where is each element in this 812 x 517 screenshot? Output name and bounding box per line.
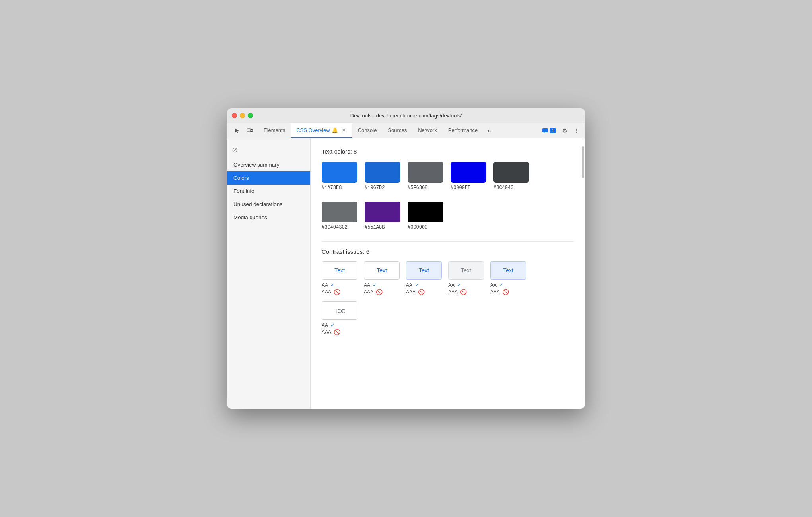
sidebar-item-font-info[interactable]: Font info bbox=[227, 185, 310, 198]
tab-css-overview[interactable]: CSS Overview 🔔 ✕ bbox=[291, 123, 352, 138]
contrast-preview-6[interactable]: Text bbox=[322, 301, 357, 320]
tab-elements[interactable]: Elements bbox=[258, 123, 291, 138]
contrast-check-aaa-2: AAA 🚫 bbox=[364, 289, 383, 295]
tab-network[interactable]: Network bbox=[412, 123, 443, 138]
contrast-check-aaa-6: AAA 🚫 bbox=[322, 329, 340, 335]
tab-close-button[interactable]: ✕ bbox=[341, 127, 347, 134]
sidebar-item-media-queries[interactable]: Media queries bbox=[227, 211, 310, 224]
more-tabs-button[interactable]: » bbox=[483, 123, 495, 138]
sidebar-item-overview-summary[interactable]: Overview summary bbox=[227, 158, 310, 171]
aa-pass-icon-2: ✓ bbox=[373, 282, 377, 288]
color-label-8: #000000 bbox=[408, 225, 427, 230]
notifications-button[interactable]: 1 bbox=[540, 126, 558, 136]
color-item-1: #1A73E8 bbox=[322, 162, 357, 190]
contrast-check-aa-3: AA ✓ bbox=[406, 282, 425, 288]
color-grid-row2: #3C4043C2 #551A8B #000000 bbox=[322, 202, 574, 230]
color-item-2: #1967D2 bbox=[365, 162, 400, 190]
settings-icon: ⚙ bbox=[562, 128, 567, 134]
sidebar: ⊘ Overview summary Colors Font info Unus… bbox=[227, 138, 311, 409]
scrollbar-thumb[interactable] bbox=[582, 146, 584, 178]
svg-rect-0 bbox=[247, 129, 251, 132]
content-area: Text colors: 8 #1A73E8 #1967D2 #5F6368 bbox=[311, 138, 585, 409]
section-divider bbox=[322, 241, 574, 242]
notification-badge: 1 bbox=[550, 128, 556, 133]
color-swatch-2[interactable] bbox=[365, 162, 400, 183]
svg-rect-1 bbox=[251, 129, 253, 131]
minimize-button[interactable] bbox=[240, 113, 245, 118]
tab-bar: Elements CSS Overview 🔔 ✕ Console Source… bbox=[227, 123, 585, 138]
contrast-row-1: Text AA ✓ AAA 🚫 bbox=[322, 261, 574, 295]
contrast-check-aa-6: AA ✓ bbox=[322, 322, 340, 328]
color-label-1: #1A73E8 bbox=[322, 185, 342, 190]
aaa-fail-icon-5: 🚫 bbox=[502, 289, 509, 295]
color-label-3: #5F6368 bbox=[408, 185, 427, 190]
aa-pass-icon-5: ✓ bbox=[499, 282, 503, 288]
svg-rect-2 bbox=[542, 128, 548, 132]
aa-pass-icon-1: ✓ bbox=[330, 282, 335, 288]
sidebar-item-unused-declarations[interactable]: Unused declarations bbox=[227, 198, 310, 211]
contrast-checks-3: AA ✓ AAA 🚫 bbox=[406, 282, 425, 295]
device-icon bbox=[247, 128, 253, 134]
aaa-fail-icon-4: 🚫 bbox=[460, 289, 467, 295]
more-options-button[interactable]: ⋮ bbox=[571, 126, 582, 136]
tab-performance[interactable]: Performance bbox=[443, 123, 483, 138]
contrast-preview-1[interactable]: Text bbox=[322, 261, 357, 280]
tab-sources[interactable]: Sources bbox=[382, 123, 412, 138]
color-swatch-4[interactable] bbox=[451, 162, 486, 183]
browser-window: DevTools - developer.chrome.com/tags/dev… bbox=[227, 108, 585, 409]
tab-console[interactable]: Console bbox=[352, 123, 383, 138]
color-swatch-1[interactable] bbox=[322, 162, 357, 183]
contrast-issues-title: Contrast issues: 6 bbox=[322, 248, 574, 255]
color-grid: #1A73E8 #1967D2 #5F6368 #0000EE #3C4043 bbox=[322, 162, 574, 190]
color-swatch-8[interactable] bbox=[408, 202, 443, 222]
aaa-fail-icon-2: 🚫 bbox=[376, 289, 383, 295]
contrast-checks-1: AA ✓ AAA 🚫 bbox=[322, 282, 340, 295]
scrollbar-track[interactable] bbox=[581, 138, 585, 409]
contrast-item-1: Text AA ✓ AAA 🚫 bbox=[322, 261, 357, 295]
color-item-5: #3C4043 bbox=[493, 162, 529, 190]
color-label-6: #3C4043C2 bbox=[322, 225, 348, 230]
contrast-preview-4[interactable]: Text bbox=[448, 261, 484, 280]
contrast-check-aa-5: AA ✓ bbox=[490, 282, 509, 288]
sidebar-blocked-area: ⊘ bbox=[227, 142, 310, 158]
chat-icon bbox=[542, 128, 548, 134]
sidebar-item-colors[interactable]: Colors bbox=[227, 171, 310, 185]
color-label-5: #3C4043 bbox=[493, 185, 513, 190]
color-item-3: #5F6368 bbox=[408, 162, 443, 190]
cursor-icon bbox=[234, 128, 240, 134]
color-item-6: #3C4043C2 bbox=[322, 202, 357, 230]
aaa-fail-icon-6: 🚫 bbox=[334, 329, 340, 335]
maximize-button[interactable] bbox=[248, 113, 253, 118]
color-swatch-3[interactable] bbox=[408, 162, 443, 183]
toolbar-right: 1 ⚙ ⋮ bbox=[536, 123, 585, 138]
blocked-icon: ⊘ bbox=[232, 146, 238, 154]
contrast-check-aa-1: AA ✓ bbox=[322, 282, 340, 288]
window-title: DevTools - developer.chrome.com/tags/dev… bbox=[350, 113, 462, 119]
device-toggle-button[interactable] bbox=[245, 126, 255, 136]
contrast-item-5: Text AA ✓ AAA 🚫 bbox=[490, 261, 526, 295]
contrast-preview-5[interactable]: Text bbox=[490, 261, 526, 280]
contrast-preview-3[interactable]: Text bbox=[406, 261, 442, 280]
cursor-tool-button[interactable] bbox=[232, 126, 242, 136]
color-item-7: #551A8B bbox=[365, 202, 400, 230]
more-icon: ⋮ bbox=[574, 128, 579, 134]
contrast-item-6: Text AA ✓ AAA 🚫 bbox=[322, 301, 357, 335]
contrast-checks-4: AA ✓ AAA 🚫 bbox=[448, 282, 467, 295]
color-swatch-5[interactable] bbox=[493, 162, 529, 183]
contrast-item-3: Text AA ✓ AAA 🚫 bbox=[406, 261, 442, 295]
contrast-checks-5: AA ✓ AAA 🚫 bbox=[490, 282, 509, 295]
contrast-checks-2: AA ✓ AAA 🚫 bbox=[364, 282, 383, 295]
close-button[interactable] bbox=[232, 113, 237, 118]
contrast-check-aaa-3: AAA 🚫 bbox=[406, 289, 425, 295]
contrast-preview-2[interactable]: Text bbox=[364, 261, 400, 280]
color-swatch-7[interactable] bbox=[365, 202, 400, 222]
toolbar-left bbox=[229, 123, 258, 138]
aa-pass-icon-3: ✓ bbox=[415, 282, 419, 288]
title-bar: DevTools - developer.chrome.com/tags/dev… bbox=[227, 108, 585, 123]
settings-button[interactable]: ⚙ bbox=[560, 126, 570, 136]
aaa-fail-icon-3: 🚫 bbox=[418, 289, 425, 295]
contrast-checks-6: AA ✓ AAA 🚫 bbox=[322, 322, 340, 335]
color-swatch-6[interactable] bbox=[322, 202, 357, 222]
text-colors-title: Text colors: 8 bbox=[322, 148, 574, 155]
tabs-container: Elements CSS Overview 🔔 ✕ Console Source… bbox=[258, 123, 495, 138]
